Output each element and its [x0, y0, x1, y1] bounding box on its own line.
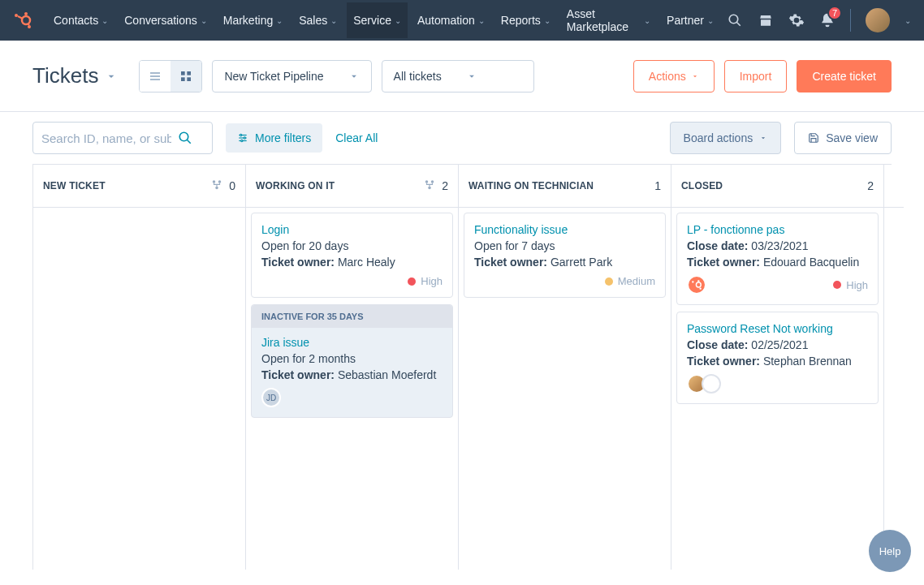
svg-point-22: [244, 137, 245, 139]
column-header: WORKING ON IT2: [246, 165, 458, 208]
search-input[interactable]: [41, 131, 171, 145]
column-header: WAITING ON TECHNICIAN1: [459, 165, 671, 208]
column-body: LP - fonctionne pasClose date: 03/23/202…: [671, 208, 883, 409]
board-actions-button[interactable]: Board actions: [670, 122, 782, 154]
column-count: 2: [442, 179, 448, 192]
view-select[interactable]: All tickets: [382, 60, 534, 92]
svg-rect-14: [181, 77, 185, 81]
svg-point-21: [240, 134, 242, 135]
column-header: CLOSED2: [671, 165, 883, 208]
pipeline-selected-label: New Ticket Pipeline: [224, 70, 323, 83]
inactive-banner: INACTIVE FOR 35 DAYS: [252, 305, 452, 328]
import-button[interactable]: Import: [724, 60, 788, 92]
nav-item-service[interactable]: Service⌄: [347, 2, 408, 38]
clear-all-link[interactable]: Clear All: [335, 131, 378, 144]
priority-indicator: High: [833, 279, 868, 291]
card-footer: JD: [261, 388, 443, 407]
nav-item-reports[interactable]: Reports⌄: [494, 2, 557, 38]
svg-line-6: [28, 24, 29, 25]
svg-line-5: [18, 16, 23, 19]
svg-rect-11: [150, 79, 160, 80]
svg-point-7: [729, 15, 738, 24]
save-view-button[interactable]: Save view: [794, 122, 892, 154]
priority-label: Medium: [618, 275, 655, 287]
ticket-card[interactable]: INACTIVE FOR 35 DAYSJira issueOpen for 2…: [251, 304, 453, 418]
svg-rect-10: [150, 75, 160, 76]
ticket-card[interactable]: LP - fonctionne pasClose date: 03/23/202…: [676, 213, 879, 305]
ticket-owner: Ticket owner: Garrett Park: [474, 256, 655, 269]
svg-point-26: [215, 186, 218, 189]
ticket-owner: Ticket owner: Edouard Bacquelin: [687, 256, 868, 269]
svg-point-27: [425, 180, 429, 183]
sliders-icon: [237, 132, 248, 144]
page-title: Tickets: [32, 63, 98, 88]
svg-rect-13: [188, 71, 192, 75]
priority-dot-icon: [605, 277, 613, 286]
ticket-open-duration: Open for 2 months: [261, 352, 443, 365]
workflow-icon[interactable]: [211, 179, 222, 193]
svg-point-30: [696, 282, 701, 287]
ticket-card[interactable]: Password Reset Not workingClose date: 02…: [676, 312, 879, 404]
svg-rect-15: [188, 77, 192, 81]
divider: [850, 9, 851, 32]
ticket-card[interactable]: LoginOpen for 20 daysTicket owner: Marc …: [251, 213, 453, 298]
associated-avatars: JD: [261, 388, 276, 407]
ticket-card[interactable]: Functionality issueOpen for 7 daysTicket…: [464, 213, 666, 298]
user-avatar[interactable]: [866, 8, 890, 32]
save-icon: [808, 132, 819, 144]
nav-item-label: Marketing: [223, 14, 273, 27]
board-column: NEW TICKET0: [32, 164, 245, 570]
nav-item-label: Reports: [501, 14, 541, 27]
filter-bar: More filters Clear All Board actions Sav…: [0, 112, 924, 164]
chevron-down-icon: ⌄: [395, 16, 401, 25]
view-mode-toggle: [139, 60, 202, 92]
nav-item-sales[interactable]: Sales⌄: [292, 2, 343, 38]
more-filters-button[interactable]: More filters: [226, 123, 322, 153]
create-ticket-button[interactable]: Create ticket: [797, 60, 892, 92]
marketplace-icon[interactable]: [758, 12, 774, 28]
svg-point-2: [15, 14, 18, 17]
chevron-down-icon: ⌄: [330, 16, 337, 25]
list-view-button[interactable]: [140, 61, 171, 92]
nav-item-contacts[interactable]: Contacts⌄: [47, 2, 114, 38]
ticket-title: LP - fonctionne pas: [687, 223, 868, 236]
top-navigation: Contacts⌄Conversations⌄Marketing⌄Sales⌄S…: [0, 0, 924, 41]
search-icon[interactable]: [727, 12, 743, 28]
page-title-dropdown[interactable]: Tickets: [32, 63, 118, 88]
ticket-close-date: Close date: 03/23/2021: [687, 239, 868, 252]
search-field-wrapper: [32, 122, 213, 154]
actions-button[interactable]: Actions: [633, 60, 715, 92]
svg-point-23: [241, 140, 243, 141]
nav-item-label: Conversations: [124, 14, 197, 27]
save-view-label: Save view: [826, 131, 878, 144]
nav-item-partner[interactable]: Partner⌄: [660, 2, 720, 38]
nav-item-marketing[interactable]: Marketing⌄: [217, 2, 289, 38]
svg-point-28: [431, 180, 434, 183]
create-label: Create ticket: [812, 70, 876, 83]
account-menu-chevron[interactable]: ⌄: [905, 16, 911, 25]
hubspot-logo-icon[interactable]: [13, 11, 32, 30]
help-label: Help: [879, 545, 901, 557]
nav-item-conversations[interactable]: Conversations⌄: [118, 2, 214, 38]
pipeline-select[interactable]: New Ticket Pipeline: [212, 60, 371, 92]
nav-item-label: Automation: [417, 14, 475, 27]
nav-item-asset-marketplace[interactable]: Asset Marketplace⌄: [560, 2, 657, 38]
board-view-button[interactable]: [171, 61, 201, 92]
svg-point-1: [24, 12, 28, 15]
workflow-icon[interactable]: [424, 179, 435, 193]
column-count: 2: [867, 179, 874, 192]
settings-icon[interactable]: [788, 12, 805, 28]
help-button[interactable]: Help: [869, 530, 911, 570]
board-actions-label: Board actions: [684, 131, 753, 144]
notifications-icon[interactable]: 7: [819, 12, 835, 28]
card-footer: Medium: [474, 275, 655, 287]
ticket-title: Login: [261, 223, 443, 236]
main-nav: Contacts⌄Conversations⌄Marketing⌄Sales⌄S…: [47, 2, 720, 38]
chevron-down-icon: ⌄: [544, 16, 551, 25]
nav-item-automation[interactable]: Automation⌄: [411, 2, 491, 38]
search-icon[interactable]: [178, 131, 192, 145]
svg-line-17: [187, 140, 191, 144]
nav-item-label: Partner: [667, 14, 704, 27]
view-selected-label: All tickets: [394, 70, 442, 83]
associated-avatars: [687, 275, 702, 295]
